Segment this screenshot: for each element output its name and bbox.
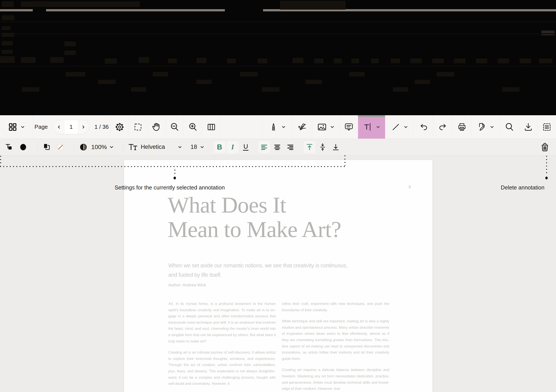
hand-pan-button[interactable]: [147, 115, 165, 138]
text-color-button[interactable]: [5, 143, 14, 152]
document-viewport[interactable]: 9 What Does It Mean to Make Art? When we…: [0, 155, 556, 392]
document-body: Art, in its myriad forms, is a profound …: [168, 301, 389, 392]
image-tool-button[interactable]: [312, 115, 339, 138]
align-left-icon: [260, 143, 268, 151]
callout-riser-left: [0, 156, 1, 166]
italic-button[interactable]: I: [227, 141, 239, 153]
undo-icon: [419, 123, 428, 132]
vertical-align-middle-button[interactable]: [317, 141, 329, 153]
paragraph: While technique and skill are important,…: [282, 318, 389, 362]
chevron-down-icon: [200, 145, 204, 149]
comment-tool-button[interactable]: [339, 115, 358, 138]
settings-callout-label: Settings for the currently selected anno…: [115, 184, 225, 191]
align-left-button[interactable]: [258, 141, 270, 153]
chevron-down-icon: [21, 125, 25, 129]
font-family-value[interactable]: Helvetica: [141, 144, 169, 150]
toolbar-spacer: [220, 115, 263, 138]
bold-button[interactable]: B: [214, 141, 225, 153]
hand-icon: [152, 122, 161, 132]
chevron-down-icon: [330, 125, 334, 129]
fill-color-button[interactable]: [43, 143, 51, 152]
font-size-value[interactable]: 18: [191, 144, 197, 150]
page-number: 9: [409, 184, 411, 189]
line-tool-icon: [391, 123, 400, 132]
zoom-out-button[interactable]: [165, 115, 184, 138]
fill-color-icon: [43, 143, 51, 152]
opacity-dropdown-chevron[interactable]: [110, 145, 114, 149]
comment-icon: [344, 123, 353, 132]
document-sign-button[interactable]: [471, 115, 500, 138]
paragraph: Art, in its myriad forms, is a profound …: [168, 301, 276, 344]
black-color-swatch-icon: [19, 143, 28, 152]
previous-page-button[interactable]: [54, 120, 64, 134]
opacity-value[interactable]: 100%: [91, 144, 107, 151]
callout-dot-settings: [174, 177, 176, 179]
paragraph: refine their craft, experiment with new …: [282, 301, 389, 313]
document-subtitle: When we set aside our romantic notions, …: [168, 261, 348, 280]
paragraph: Creating art requires a delicate balance…: [282, 367, 389, 392]
marquee-select-button[interactable]: [129, 115, 147, 138]
trash-icon: [540, 142, 550, 152]
document-author: Author: Andrea Wick: [168, 283, 206, 287]
zoom-out-icon: [170, 122, 179, 132]
underline-button[interactable]: U: [240, 141, 252, 153]
chevron-down-icon: [178, 145, 182, 149]
pen-tool-button[interactable]: [263, 115, 292, 138]
vertical-align-middle-icon: [318, 143, 327, 151]
vertical-align-bottom-button[interactable]: [330, 141, 342, 153]
page-stepper: [54, 120, 89, 134]
search-button[interactable]: [500, 115, 519, 138]
callout-riser-right: [344, 155, 345, 166]
color-swatch-button[interactable]: [19, 143, 28, 152]
signature-tool-button[interactable]: [292, 115, 312, 138]
delete-callout-label: Delete annotation: [501, 184, 544, 191]
vertical-align-top-button[interactable]: [304, 141, 316, 153]
print-icon: [457, 123, 466, 132]
font-family-dropdown-chevron[interactable]: [178, 145, 182, 149]
callout-underline-format-toolbar: [0, 166, 346, 167]
view-options-button[interactable]: [0, 115, 33, 138]
page-navigation: Page 1 / 36: [33, 115, 110, 138]
align-center-button[interactable]: [271, 141, 283, 153]
download-button[interactable]: [519, 115, 537, 138]
line-tool-button[interactable]: [385, 115, 413, 138]
pdf-page[interactable]: 9 What Does It Mean to Make Art? When we…: [124, 160, 432, 392]
blurred-bar: [46, 9, 225, 11]
zoom-in-icon: [188, 122, 198, 132]
print-button[interactable]: [452, 115, 471, 138]
vertical-align-bottom-icon: [332, 143, 340, 151]
document-sign-icon: [477, 123, 486, 132]
search-icon: [505, 122, 514, 132]
callout-dot-delete: [545, 177, 548, 179]
opacity-icon: [79, 143, 88, 152]
chevron-left-icon: [57, 125, 61, 129]
main-toolbar: Page 1 / 36: [0, 115, 556, 138]
zoom-in-button[interactable]: [184, 115, 202, 138]
document-outline-button[interactable]: [537, 115, 556, 138]
divider: [38, 142, 38, 152]
download-icon: [524, 123, 533, 132]
undo-button[interactable]: [413, 115, 433, 138]
chevron-down-icon: [490, 125, 494, 129]
redo-button[interactable]: [433, 115, 452, 138]
page-number-input[interactable]: [65, 123, 78, 131]
chevron-down-icon: [404, 125, 408, 129]
marquee-select-icon: [133, 123, 143, 132]
no-fill-button[interactable]: [56, 143, 65, 152]
divider: [123, 142, 123, 152]
page-indicator: 1 / 36: [94, 123, 109, 130]
paragraph: Creating art is an intimate journey of s…: [168, 349, 276, 387]
text-color-icon: [5, 143, 14, 152]
settings-button[interactable]: [110, 115, 129, 138]
delete-annotation-button[interactable]: [540, 142, 550, 152]
outline-icon: [542, 123, 551, 132]
font-size-dropdown-chevron[interactable]: [200, 145, 204, 149]
align-right-button[interactable]: [285, 141, 296, 153]
text-tool-icon: [363, 122, 373, 132]
callout-drop-settings: [174, 169, 175, 175]
next-page-button[interactable]: [78, 120, 89, 134]
text-annotation-tool-button[interactable]: [358, 115, 385, 138]
page-layout-button[interactable]: [202, 115, 220, 138]
blurred-bar: [0, 9, 33, 11]
redo-icon: [438, 123, 448, 132]
